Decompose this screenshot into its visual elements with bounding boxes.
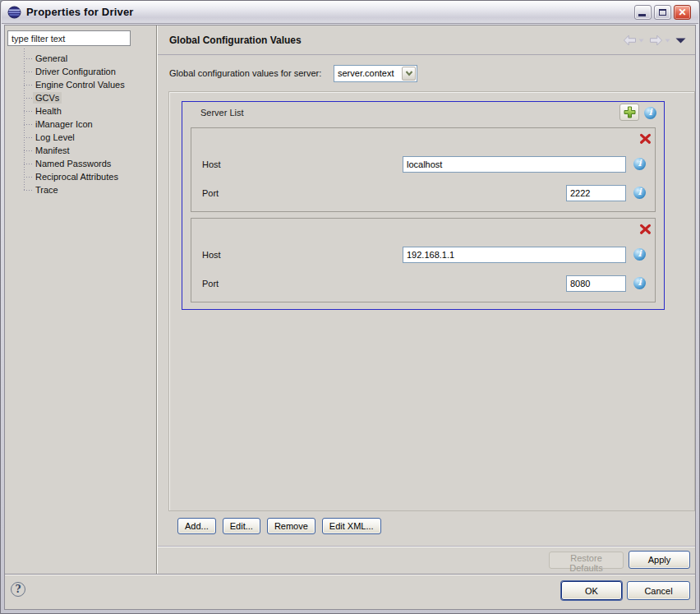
sidebar-item-imanager-icon[interactable]: iManager Icon [5, 118, 156, 131]
forward-arrow-icon [649, 35, 663, 46]
add-server-button[interactable] [619, 104, 639, 121]
server-entry: Host i Port i [191, 218, 656, 302]
back-menu-chevron-icon [638, 39, 644, 43]
cancel-button[interactable]: Cancel [627, 581, 690, 600]
minimize-button[interactable] [634, 5, 652, 20]
tree-connector [24, 164, 33, 164]
tree-connector [24, 72, 33, 72]
properties-dialog: Properties for Driver ✕ General Driver C… [0, 0, 700, 614]
tree-connector [24, 150, 33, 151]
sidebar-item-general[interactable]: General [5, 52, 156, 65]
sidebar-item-manifest[interactable]: Manifest [5, 144, 156, 157]
page-header: Global Configuration Values [158, 25, 695, 55]
tree-connector [24, 58, 33, 59]
sidebar-item-named-passwords[interactable]: Named Passwords [5, 157, 156, 170]
port-label: Port [202, 188, 219, 198]
combo-dropdown-button[interactable] [402, 67, 416, 81]
minimize-icon [638, 14, 646, 16]
host-info-button[interactable]: i [633, 158, 646, 170]
server-combo-value: server.context [338, 68, 394, 78]
edit-xml-button[interactable]: Edit XML... [322, 518, 381, 534]
category-tree: General Driver Configuration Engine Cont… [5, 52, 156, 196]
maximize-button[interactable] [654, 5, 671, 20]
tree-connector [24, 177, 33, 178]
host-info-button[interactable]: i [633, 248, 646, 261]
sidebar-item-driver-configuration[interactable]: Driver Configuration [5, 65, 156, 78]
host-field[interactable] [403, 156, 626, 173]
ok-button[interactable]: OK [561, 581, 622, 600]
tree-connector [24, 137, 33, 138]
port-field[interactable] [566, 185, 626, 201]
delete-entry-button[interactable] [639, 133, 652, 145]
chevron-down-icon [405, 71, 413, 76]
port-label: Port [202, 279, 219, 289]
forward-button[interactable] [648, 34, 671, 47]
sidebar-item-log-level[interactable]: Log Level [5, 131, 156, 144]
dialog-button-bar: ? OK Cancel [5, 574, 695, 609]
gcv-page: Global Configuration Values [158, 25, 695, 574]
server-combo[interactable]: server.context [334, 65, 417, 82]
host-label: Host [202, 250, 221, 260]
host-label: Host [202, 159, 221, 169]
gcv-scroll-area: Server List i [168, 91, 695, 511]
dialog-body: General Driver Configuration Engine Cont… [4, 25, 696, 610]
sidebar-item-gcvs[interactable]: GCVs [5, 91, 156, 104]
forward-menu-chevron-icon [665, 39, 670, 43]
back-arrow-icon [623, 35, 637, 46]
history-nav [622, 34, 687, 47]
page-title: Global Configuration Values [169, 35, 302, 46]
restore-defaults-button: Restore Defaults [549, 552, 624, 569]
port-info-button[interactable]: i [633, 277, 646, 289]
tree-connector [24, 111, 33, 112]
server-selector-label: Global configuration values for server: [169, 68, 321, 78]
plus-icon [624, 106, 636, 118]
filter-input[interactable] [7, 30, 131, 46]
port-info-button[interactable]: i [633, 187, 646, 199]
server-entry: Host i Port i [191, 127, 656, 212]
server-list-title: Server List [200, 108, 244, 118]
title-bar[interactable]: Properties for Driver ✕ [2, 1, 698, 24]
maximize-icon [659, 9, 666, 16]
host-field[interactable] [403, 247, 626, 263]
server-list-panel: Server List i [182, 101, 665, 310]
sidebar-item-trace[interactable]: Trace [5, 183, 156, 196]
edit-button[interactable]: Edit... [223, 518, 260, 534]
server-list-info-button[interactable]: i [644, 107, 656, 119]
tree-connector [24, 190, 33, 191]
apply-separator [158, 546, 695, 547]
window-title: Properties for Driver [26, 6, 134, 18]
sidebar-item-reciprocal-attributes[interactable]: Reciprocal Attributes [5, 170, 156, 183]
sidebar-item-health[interactable]: Health [5, 104, 156, 118]
tree-connector [24, 85, 33, 85]
sidebar-item-engine-control-values[interactable]: Engine Control Values [5, 78, 156, 91]
port-field[interactable] [566, 275, 626, 292]
apply-button[interactable]: Apply [629, 551, 690, 569]
close-button[interactable]: ✕ [674, 5, 691, 20]
delete-x-icon [639, 133, 652, 145]
back-button[interactable] [622, 34, 645, 47]
add-button[interactable]: Add... [177, 518, 216, 534]
close-icon: ✕ [678, 7, 686, 18]
view-menu-icon [675, 38, 686, 44]
category-sidebar: General Driver Configuration Engine Cont… [5, 25, 156, 574]
view-menu-button[interactable] [675, 37, 687, 44]
help-button[interactable]: ? [11, 582, 25, 597]
delete-x-icon [639, 224, 652, 235]
remove-button[interactable]: Remove [267, 518, 315, 534]
list-action-buttons: Add... Edit... Remove Edit XML... [177, 518, 381, 534]
tree-connector [24, 124, 33, 125]
eclipse-logo-icon [7, 6, 21, 19]
delete-entry-button[interactable] [639, 224, 652, 235]
tree-connector [24, 98, 33, 99]
